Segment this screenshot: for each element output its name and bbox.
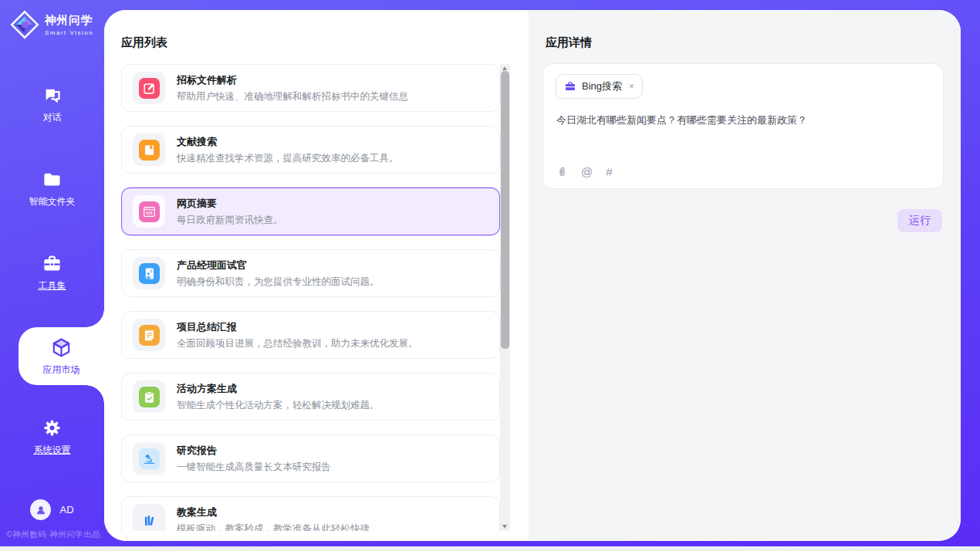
app-description: 智能生成个性化活动方案，轻松解决规划难题。 [177, 399, 380, 412]
toolbox-icon [42, 253, 63, 274]
app-detail-panel: 应用详情 Bing搜索 × 今日湖北有哪些新闻要点？有哪些需要关注的最新政策？ [529, 10, 961, 541]
app-list-panel: 应用列表 招标文件解析 帮助用户快速、准确地理解和解析招标书中的关键信息 文献搜… [104, 10, 529, 541]
cube-icon [50, 336, 73, 359]
sidebar-item-app-market[interactable]: 应用市场 [19, 327, 104, 385]
app-description: 明确身份和职责，为您提供专业性的面试问题。 [177, 276, 380, 289]
avatar [30, 499, 51, 520]
app-name: 教案生成 [177, 505, 370, 519]
app-detail-title: 应用详情 [546, 35, 592, 50]
app-name: 活动方案生成 [177, 382, 380, 396]
mention-icon[interactable]: @ [581, 165, 593, 178]
sidebar-item-label: 系统设置 [34, 444, 71, 457]
brand-subtitle: Smart Vision [45, 29, 93, 36]
user-account[interactable]: AD [0, 499, 104, 520]
sidebar-item-label: 对话 [43, 111, 62, 124]
app-description: 模板驱动，教案秒成，教学准备从此轻松快捷 [177, 522, 370, 532]
app-icon-frame [133, 504, 165, 531]
app-icon-frame [133, 72, 165, 104]
copyright-text: ©神州数码·神州问学出品 [6, 529, 100, 540]
sidebar-item-label: 工具集 [39, 279, 66, 292]
app-card[interactable]: 研究报告 一键智能生成高质量长文本研究报告 [121, 434, 500, 482]
run-button[interactable]: 运行 [897, 209, 942, 232]
app-name: 产品经理面试官 [177, 259, 380, 272]
scrollbar[interactable] [500, 64, 510, 531]
sidebar-item-label: 智能文件夹 [29, 195, 76, 208]
app-card[interactable]: 招标文件解析 帮助用户快速、准确地理解和解析招标书中的关键信息 [121, 64, 500, 112]
folder-icon [42, 169, 63, 190]
briefcase-icon [564, 80, 576, 93]
app-icon [139, 448, 160, 469]
app-icon [139, 510, 160, 531]
sidebar: 神州问学 Smart Vision 对话 智能文件夹 [0, 0, 104, 546]
app-name: 项目总结汇报 [177, 320, 418, 334]
tab-curve-bottom [86, 385, 104, 404]
app-description: 全面回顾项目进展，总结经验教训，助力未来优化发展。 [177, 337, 418, 350]
tab-curve-top [86, 309, 104, 327]
app-icon-frame [133, 319, 165, 351]
app-list: 招标文件解析 帮助用户快速、准确地理解和解析招标书中的关键信息 文献搜索 快速精… [121, 64, 500, 531]
app-icon-frame [133, 380, 165, 413]
hash-icon[interactable]: # [606, 165, 612, 178]
sidebar-item-toolset[interactable]: 工具集 [0, 253, 104, 292]
app-window: 神州问学 Smart Vision 对话 智能文件夹 [0, 0, 980, 551]
app-card[interactable]: 项目总结汇报 全面回顾项目进展，总结经验教训，助力未来优化发展。 [121, 311, 500, 359]
app-card[interactable]: 活动方案生成 智能生成个性化活动方案，轻松解决规划难题。 [121, 373, 500, 421]
app-icon [139, 201, 160, 222]
app-card[interactable]: 教案生成 模板驱动，教案秒成，教学准备从此轻松快捷 [121, 496, 500, 531]
diamond-logo-icon [10, 10, 39, 39]
app-icon-frame [133, 195, 165, 228]
tool-chip-bing-search[interactable]: Bing搜索 × [556, 74, 643, 99]
app-description: 帮助用户快速、准确地理解和解析招标书中的关键信息 [177, 90, 408, 103]
sidebar-item-smart-folder[interactable]: 智能文件夹 [0, 169, 104, 208]
sidebar-item-chat[interactable]: 对话 [0, 85, 104, 124]
user-initials: AD [59, 504, 73, 516]
app-name: 文献搜索 [177, 135, 399, 149]
chip-close-icon[interactable]: × [629, 81, 634, 92]
query-input[interactable]: 今日湖北有哪些新闻要点？有哪些需要关注的最新政策？ [556, 113, 931, 128]
app-icon [139, 325, 160, 346]
composer-toolbar: @ # [556, 165, 613, 178]
app-icon [139, 140, 160, 161]
app-description: 快速精准查找学术资源，提高研究效率的必备工具。 [177, 152, 399, 165]
chat-icon [42, 85, 63, 106]
scrollbar-thumb[interactable] [501, 71, 509, 349]
app-name: 网页摘要 [177, 197, 283, 211]
sidebar-item-settings[interactable]: 系统设置 [0, 417, 104, 457]
app-description: 每日政府新闻资讯快查。 [177, 214, 283, 227]
tool-chip-label: Bing搜索 [582, 79, 622, 93]
app-card[interactable]: 产品经理面试官 明确身份和职责，为您提供专业性的面试问题。 [121, 249, 500, 297]
sidebar-item-label: 应用市场 [43, 363, 80, 377]
app-description: 一键智能生成高质量长文本研究报告 [177, 461, 331, 474]
content-card: 应用列表 招标文件解析 帮助用户快速、准确地理解和解析招标书中的关键信息 文献搜… [104, 10, 961, 541]
gear-icon [42, 417, 63, 438]
app-name: 招标文件解析 [177, 73, 408, 87]
app-card[interactable]: 网页摘要 每日政府新闻资讯快查。 [121, 188, 500, 235]
brand-logo: 神州问学 Smart Vision [10, 10, 93, 39]
scroll-down-icon[interactable] [502, 525, 507, 529]
app-card[interactable]: 文献搜索 快速精准查找学术资源，提高研究效率的必备工具。 [121, 126, 500, 174]
app-icon-frame [133, 134, 165, 166]
app-icon [139, 387, 160, 407]
app-icon [139, 263, 160, 284]
app-list-title: 应用列表 [121, 35, 167, 50]
app-name: 研究报告 [177, 444, 331, 458]
person-icon [35, 504, 47, 516]
app-icon [139, 78, 160, 99]
app-icon-frame [133, 442, 165, 475]
scroll-up-icon[interactable] [502, 66, 507, 70]
composer-card[interactable]: Bing搜索 × 今日湖北有哪些新闻要点？有哪些需要关注的最新政策？ @ # [542, 63, 944, 189]
app-icon-frame [133, 257, 165, 289]
brand-name: 神州问学 [45, 13, 93, 28]
paperclip-icon[interactable] [556, 165, 568, 178]
